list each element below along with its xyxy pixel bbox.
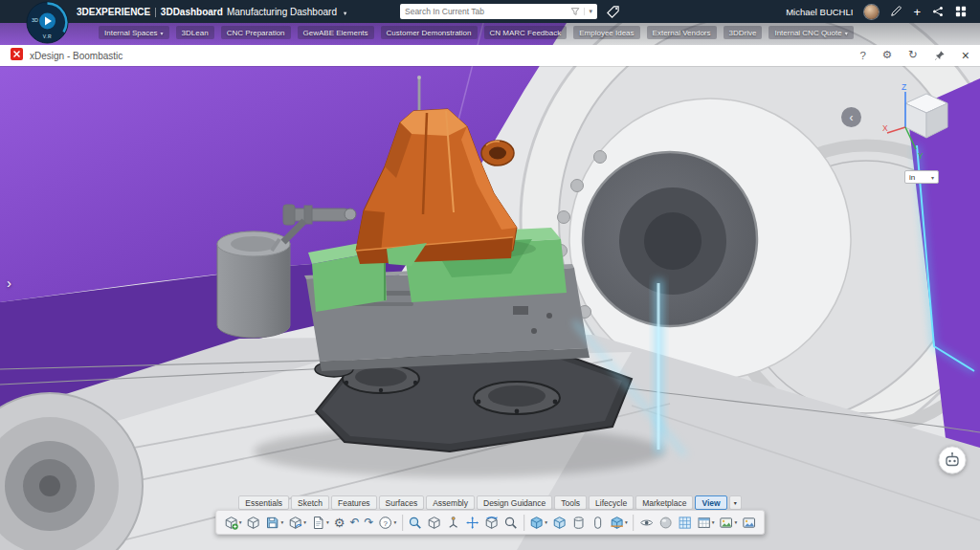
export-report-button[interactable]: ▾ bbox=[308, 512, 331, 533]
previous-view-button[interactable]: ‹ bbox=[841, 107, 861, 127]
isolate-icon bbox=[571, 516, 586, 530]
tab-label: Customer Demonstration bbox=[387, 29, 472, 37]
search-scope-chevron-icon[interactable]: ▾ bbox=[584, 8, 592, 15]
pin-button[interactable] bbox=[934, 50, 946, 61]
spotlight-button[interactable] bbox=[636, 512, 656, 533]
ribbon-tab-design-guidance[interactable]: Design Guidance bbox=[477, 495, 552, 510]
close-button[interactable]: × bbox=[962, 48, 969, 63]
assistant-robot-button[interactable] bbox=[938, 446, 967, 478]
viewport-3d-scene[interactable] bbox=[0, 23, 980, 550]
undo-button[interactable]: ↶ bbox=[347, 512, 362, 533]
app-name: 3DDashboard bbox=[161, 7, 223, 17]
share-icon[interactable] bbox=[932, 6, 944, 17]
settings-gear-button[interactable]: ⚙ bbox=[882, 50, 892, 61]
dashboard-tab-external-vendors[interactable]: External Vendors bbox=[647, 26, 717, 39]
search-input[interactable] bbox=[405, 7, 567, 16]
isolate-button[interactable] bbox=[569, 512, 589, 533]
capture-image-button[interactable]: ▾ bbox=[717, 512, 740, 533]
section-view-button[interactable]: ▾ bbox=[608, 512, 631, 533]
shaded-view-button[interactable]: ▾ bbox=[527, 512, 550, 533]
platform-breadcrumb[interactable]: 3DEXPERIENCE | 3DDashboard Manufacturing… bbox=[77, 7, 346, 17]
hide-show-icon bbox=[590, 516, 605, 530]
bounding-box-button[interactable] bbox=[425, 512, 444, 533]
hide-show-button[interactable] bbox=[589, 512, 608, 533]
dashboard-tab-customer-demonstration[interactable]: Customer Demonstration bbox=[381, 26, 478, 39]
save-button[interactable]: ▾ bbox=[263, 512, 286, 533]
new-design-button[interactable]: ▾ bbox=[221, 512, 244, 533]
left-panel-expander[interactable]: › bbox=[7, 275, 11, 291]
add-icon[interactable]: + bbox=[913, 6, 921, 18]
chevron-down-icon: ▾ bbox=[735, 519, 738, 525]
scene-background-button[interactable] bbox=[740, 512, 759, 533]
anchor-button[interactable] bbox=[444, 512, 463, 533]
avatar[interactable] bbox=[864, 5, 879, 19]
top-bar: 3DEXPERIENCE | 3DDashboard Manufacturing… bbox=[0, 0, 980, 23]
dashboard-tab-cnc-preparation[interactable]: CNC Preparation bbox=[221, 26, 291, 39]
ribbon-tab-lifecycle[interactable]: Lifecycle bbox=[589, 495, 634, 510]
work-on-grid-button[interactable] bbox=[675, 512, 694, 533]
help-button[interactable]: ?▾ bbox=[376, 512, 399, 533]
ribbon-tab-tools[interactable]: Tools bbox=[554, 495, 587, 510]
logo-text-top: 3D bbox=[32, 17, 38, 23]
dashboard-tab-bar: Internal Spaces▾3DLeanCNC PreparationGew… bbox=[99, 26, 854, 39]
user-cluster: Michael BUCHLI + bbox=[786, 5, 980, 19]
chevron-down-icon: ▾ bbox=[931, 174, 934, 181]
move-component-button[interactable] bbox=[463, 512, 482, 533]
section-view-icon bbox=[610, 516, 624, 530]
bounding-box-icon bbox=[427, 516, 441, 530]
tab-label: Internal Spaces bbox=[104, 29, 158, 37]
save-icon bbox=[265, 516, 279, 530]
refresh-button[interactable]: ↻ bbox=[908, 50, 918, 61]
dashboard-tab-internal-cnc-quote[interactable]: Internal CNC Quote▾ bbox=[768, 26, 853, 39]
axis-z-label: Z bbox=[902, 82, 906, 92]
dashboard-tab-gewabe-elements[interactable]: GewABE Elements bbox=[298, 26, 374, 39]
user-name[interactable]: Michael BUCHLI bbox=[786, 7, 853, 17]
apps-grid-icon[interactable] bbox=[955, 6, 967, 17]
chevron-down-icon[interactable]: ▾ bbox=[344, 10, 346, 17]
dashboard-tab-internal-spaces[interactable]: Internal Spaces▾ bbox=[99, 26, 169, 39]
dashboard-tab-cn-marc-feedback[interactable]: CN MARC Feedback bbox=[484, 26, 568, 39]
options-button[interactable]: ⚙ bbox=[331, 512, 347, 533]
units-value: in bbox=[909, 173, 915, 182]
material-icon bbox=[658, 516, 673, 530]
ribbon-tab-sketch[interactable]: Sketch bbox=[291, 495, 329, 510]
ribbon-tab-features[interactable]: Features bbox=[331, 495, 377, 510]
dashboard-name: Manufacturing Dashboard bbox=[227, 7, 337, 17]
ribbon-tab-assembly[interactable]: Assembly bbox=[426, 495, 475, 510]
ribbon-overflow-button[interactable]: ▾ bbox=[729, 495, 742, 510]
rotate-view-icon bbox=[484, 516, 499, 530]
chevron-down-icon: ▾ bbox=[239, 519, 242, 525]
tag-icon[interactable] bbox=[606, 5, 620, 19]
dashboard-tab-employee-ideas[interactable]: Employee Ideas bbox=[573, 26, 639, 39]
redo-button[interactable]: ↷ bbox=[362, 512, 376, 533]
3dexperience-compass-logo[interactable]: 3D V.R bbox=[26, 1, 69, 44]
view-cube[interactable]: Z X Y bbox=[882, 82, 963, 170]
help-button[interactable]: ? bbox=[859, 50, 865, 61]
chevron-down-icon: ▾ bbox=[394, 519, 397, 525]
zoom-area-icon bbox=[503, 516, 518, 530]
axis-x-label: X bbox=[882, 123, 888, 133]
ribbon-tab-view[interactable]: View bbox=[695, 495, 726, 510]
filter-funnel-icon[interactable] bbox=[570, 7, 580, 16]
material-button[interactable] bbox=[656, 512, 675, 533]
open-component-button[interactable] bbox=[244, 512, 263, 533]
dashboard-tab-3dlean[interactable]: 3DLean bbox=[176, 26, 214, 39]
ribbon-tab-essentials[interactable]: Essentials bbox=[238, 495, 289, 510]
edit-pen-icon[interactable] bbox=[890, 6, 902, 17]
dashboard-tab-3ddrive[interactable]: 3DDrive bbox=[724, 26, 763, 39]
search-3d-button[interactable] bbox=[406, 512, 425, 533]
tailstock-cylinder[interactable] bbox=[217, 231, 290, 338]
chevron-down-icon: ▾ bbox=[545, 519, 547, 525]
app-window-titlebar: xDesign - Boombastic ? ⚙ ↻ × bbox=[0, 45, 980, 66]
bom-table-button[interactable]: ▾ bbox=[694, 512, 717, 533]
refresh-model-button[interactable]: ▾ bbox=[286, 512, 309, 533]
ribbon-tab-surfaces[interactable]: Surfaces bbox=[379, 495, 425, 510]
anchor-icon bbox=[446, 516, 460, 530]
tab-label: Internal CNC Quote bbox=[774, 29, 841, 37]
zoom-area-button[interactable] bbox=[501, 512, 521, 533]
units-dropdown[interactable]: in ▾ bbox=[904, 170, 939, 184]
tab-label: External Vendors bbox=[653, 29, 711, 37]
shaded-with-edges-button[interactable] bbox=[550, 512, 569, 533]
rotate-view-button[interactable] bbox=[482, 512, 501, 533]
ribbon-tab-marketplace[interactable]: Marketplace bbox=[635, 495, 693, 510]
